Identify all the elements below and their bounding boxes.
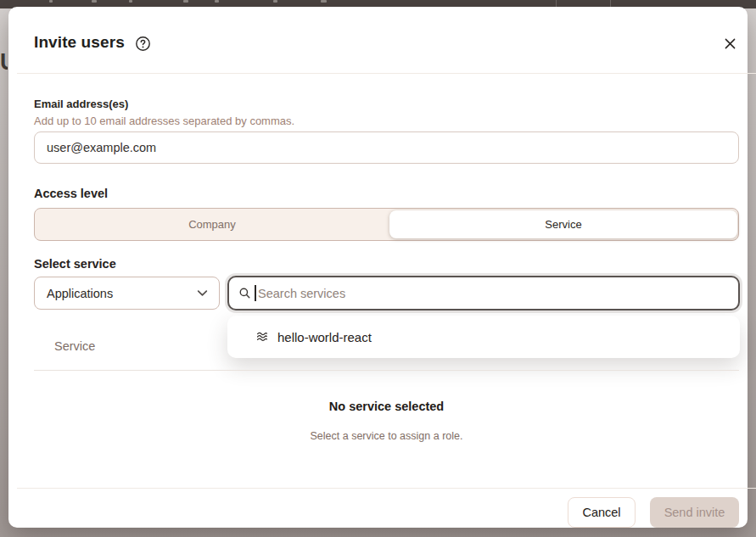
search-result-item[interactable]: hello-world-react — [227, 316, 740, 358]
modal-title: Invite users — [34, 33, 125, 52]
clipped-text-fragment — [273, 0, 277, 3]
header-divider — [17, 73, 756, 74]
clipped-text-fragment — [129, 0, 132, 3]
access-level-segmented-control: Company Service — [34, 208, 739, 241]
access-level-label: Access level — [34, 187, 108, 200]
close-icon — [725, 38, 736, 49]
background-page-title-fragment: U — [0, 48, 8, 78]
text-caret — [255, 285, 256, 301]
clipped-text-fragment — [215, 0, 219, 3]
close-button[interactable] — [718, 31, 742, 55]
send-invite-button[interactable]: Send invite — [650, 497, 739, 528]
email-input[interactable] — [34, 131, 739, 164]
cancel-button[interactable]: Cancel — [568, 497, 636, 528]
clipped-text-fragment — [92, 0, 97, 3]
circle-question-icon — [135, 36, 152, 52]
service-category-value: Applications — [47, 287, 196, 300]
service-search-input[interactable] — [229, 277, 738, 309]
help-button[interactable] — [135, 35, 152, 52]
select-service-label: Select service — [34, 257, 116, 271]
footer-divider — [17, 488, 756, 489]
search-result-label: hello-world-react — [277, 330, 372, 344]
email-helper-text: Add up to 10 email addresses separated b… — [34, 115, 294, 127]
empty-state-subtitle: Select a service to assign a role. — [34, 430, 739, 442]
service-column-header: Service — [54, 339, 95, 353]
clipped-text-fragment — [321, 0, 327, 3]
stack-icon — [255, 330, 269, 344]
screen: U Invite users Email address(es) Add u — [0, 0, 756, 537]
service-search-box — [227, 276, 740, 310]
invite-users-modal: Invite users Email address(es) Add up to… — [8, 7, 748, 528]
segment-option-service[interactable]: Service — [389, 210, 737, 238]
table-divider — [34, 370, 739, 371]
empty-state-title: No service selected — [34, 400, 739, 413]
clipped-text-fragment — [183, 0, 188, 3]
segment-option-company[interactable]: Company — [35, 209, 389, 240]
search-results-dropdown: hello-world-react — [227, 316, 740, 358]
chevron-down-icon — [196, 287, 209, 299]
email-label: Email address(es) — [34, 98, 128, 110]
service-category-select[interactable]: Applications — [34, 277, 220, 310]
clipped-text-fragment — [49, 0, 53, 3]
